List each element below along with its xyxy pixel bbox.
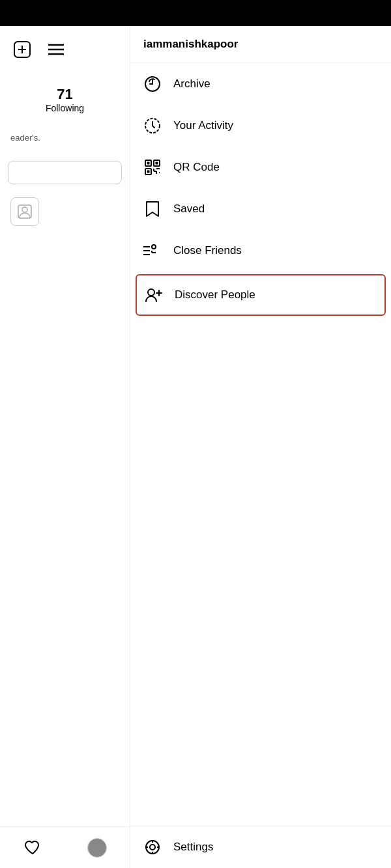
settings-icon	[143, 838, 162, 856]
following-label: Following	[10, 103, 119, 113]
app-container: 71 Following eader's.	[0, 26, 391, 868]
following-count[interactable]: 71	[10, 86, 119, 103]
left-user-placeholder	[10, 197, 119, 226]
right-panel: iammanishkapoor Archive	[130, 26, 391, 868]
svg-point-27	[148, 289, 154, 296]
left-partial-text: eader's.	[0, 120, 130, 156]
avatar-placeholder	[10, 197, 39, 226]
archive-icon	[143, 75, 162, 93]
close-friends-label: Close Friends	[173, 244, 242, 257]
close-friends-icon	[143, 242, 162, 260]
menu-item-activity[interactable]: Your Activity	[130, 105, 391, 147]
discover-icon	[145, 286, 163, 304]
menu-username: iammanishkapoor	[143, 38, 239, 50]
left-search-bar	[8, 161, 122, 184]
menu-item-qr[interactable]: QR Code	[130, 147, 391, 188]
left-top-icons	[0, 26, 130, 73]
settings-label: Settings	[173, 841, 213, 854]
svg-point-31	[150, 845, 155, 850]
svg-rect-15	[156, 162, 158, 165]
bottom-nav	[0, 826, 130, 868]
activity-icon	[143, 117, 162, 135]
menu-header: iammanishkapoor	[130, 26, 391, 63]
left-panel: 71 Following eader's.	[0, 26, 130, 868]
menu-item-settings[interactable]: Settings	[130, 826, 391, 868]
svg-point-7	[22, 207, 27, 212]
menu-item-close-friends[interactable]: Close Friends	[130, 230, 391, 272]
saved-label: Saved	[173, 203, 205, 216]
svg-rect-16	[147, 171, 150, 173]
svg-point-25	[152, 245, 156, 249]
menu-item-archive[interactable]: Archive	[130, 63, 391, 105]
archive-label: Archive	[173, 77, 210, 91]
qr-label: QR Code	[173, 161, 220, 174]
menu-item-saved[interactable]: Saved	[130, 188, 391, 230]
profile-avatar-nav[interactable]	[83, 833, 111, 862]
menu-item-discover[interactable]: Discover People	[136, 274, 386, 316]
svg-rect-14	[147, 162, 150, 165]
discover-label: Discover People	[175, 288, 255, 301]
heart-nav-icon[interactable]	[18, 833, 47, 862]
activity-label: Your Activity	[173, 119, 233, 132]
add-icon[interactable]	[10, 38, 34, 61]
saved-icon	[143, 200, 162, 218]
hamburger-icon[interactable]	[44, 38, 68, 61]
avatar-small	[87, 838, 107, 858]
status-bar	[0, 0, 391, 26]
menu-list: Archive Your Activity	[130, 63, 391, 868]
following-section: 71 Following	[0, 73, 130, 120]
qr-icon	[143, 158, 162, 176]
